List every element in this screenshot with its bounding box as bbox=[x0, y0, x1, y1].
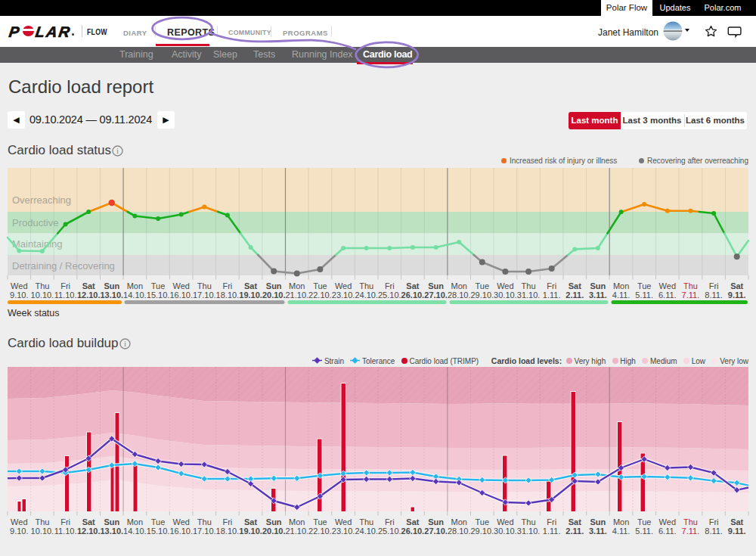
svg-text:4.11.: 4.11. bbox=[612, 526, 631, 536]
svg-text:Mon: Mon bbox=[613, 517, 629, 526]
svg-text:Wed: Wed bbox=[11, 517, 27, 526]
svg-text:Sun: Sun bbox=[104, 281, 119, 290]
svg-text:9.11.: 9.11. bbox=[728, 290, 746, 300]
svg-text:Thu: Thu bbox=[197, 517, 212, 526]
svg-text:Wed: Wed bbox=[335, 281, 352, 290]
svg-text:15.10.: 15.10. bbox=[147, 290, 170, 300]
svg-text:Mon: Mon bbox=[127, 281, 143, 290]
svg-text:9.10.: 9.10. bbox=[10, 526, 28, 536]
svg-text:Sat: Sat bbox=[730, 281, 743, 290]
svg-text:11.10.: 11.10. bbox=[54, 526, 77, 536]
svg-text:Overreaching: Overreaching bbox=[12, 194, 71, 206]
svg-text:19.10.: 19.10. bbox=[239, 290, 262, 300]
svg-text:11.10.: 11.10. bbox=[54, 290, 77, 300]
svg-text:3.11.: 3.11. bbox=[589, 526, 607, 536]
svg-text:Sun: Sun bbox=[590, 281, 606, 290]
svg-text:i: i bbox=[116, 146, 118, 155]
svg-text:Sun: Sun bbox=[266, 517, 282, 526]
svg-text:20.10.: 20.10. bbox=[262, 290, 286, 300]
svg-text:3.11.: 3.11. bbox=[589, 290, 607, 300]
svg-text:6.11.: 6.11. bbox=[658, 290, 677, 300]
svg-text:Wed: Wed bbox=[172, 281, 189, 290]
svg-text:24.10.: 24.10. bbox=[355, 526, 378, 536]
svg-text:Tue: Tue bbox=[313, 517, 327, 526]
svg-text:Sat: Sat bbox=[406, 517, 419, 526]
svg-text:30.10.: 30.10. bbox=[494, 526, 517, 536]
svg-text:Fri: Fri bbox=[60, 517, 70, 526]
svg-text:Detraining / Recovering: Detraining / Recovering bbox=[12, 260, 115, 272]
svg-text:Sun: Sun bbox=[104, 517, 119, 526]
svg-text:Wed: Wed bbox=[659, 281, 676, 290]
svg-text:23.10.: 23.10. bbox=[332, 526, 355, 536]
svg-text:Thu: Thu bbox=[359, 281, 373, 290]
svg-text:29.10.: 29.10. bbox=[471, 290, 494, 300]
svg-text:28.10.: 28.10. bbox=[448, 526, 471, 536]
svg-text:30.10.: 30.10. bbox=[494, 290, 517, 300]
svg-text:25.10.: 25.10. bbox=[378, 290, 401, 300]
svg-text:Thu: Thu bbox=[522, 281, 536, 290]
svg-text:1.11.: 1.11. bbox=[543, 526, 561, 536]
svg-text:14.10.: 14.10. bbox=[123, 290, 147, 300]
svg-text:Tue: Tue bbox=[476, 281, 490, 290]
svg-text:Tue: Tue bbox=[476, 517, 490, 526]
svg-text:Wed: Wed bbox=[11, 281, 27, 290]
svg-text:Thu: Thu bbox=[683, 281, 698, 290]
svg-text:Sat: Sat bbox=[730, 517, 743, 526]
svg-text:Fri: Fri bbox=[547, 517, 556, 526]
svg-text:10.10.: 10.10. bbox=[31, 526, 54, 536]
svg-text:9.10.: 9.10. bbox=[10, 290, 28, 300]
svg-text:13.10.: 13.10. bbox=[101, 290, 124, 300]
svg-text:Fri: Fri bbox=[709, 517, 719, 526]
svg-text:Thu: Thu bbox=[683, 517, 698, 526]
svg-text:Mon: Mon bbox=[127, 517, 143, 526]
svg-text:Maintaining: Maintaining bbox=[12, 238, 63, 250]
svg-text:Thu: Thu bbox=[35, 281, 49, 290]
svg-text:Sat: Sat bbox=[244, 281, 257, 290]
svg-text:Fri: Fri bbox=[60, 281, 70, 290]
svg-text:Mon: Mon bbox=[289, 281, 305, 290]
svg-text:Sat: Sat bbox=[82, 517, 95, 526]
svg-text:Wed: Wed bbox=[335, 517, 352, 526]
svg-text:Wed: Wed bbox=[497, 281, 513, 290]
svg-text:13.10.: 13.10. bbox=[101, 526, 124, 536]
svg-text:Fri: Fri bbox=[547, 281, 556, 290]
svg-text:19.10.: 19.10. bbox=[239, 526, 262, 536]
svg-text:24.10.: 24.10. bbox=[355, 290, 378, 300]
svg-text:12.10.: 12.10. bbox=[77, 526, 101, 536]
svg-text:Thu: Thu bbox=[197, 281, 212, 290]
svg-text:17.10.: 17.10. bbox=[193, 290, 216, 300]
svg-text:Wed: Wed bbox=[497, 517, 513, 526]
svg-text:Sun: Sun bbox=[590, 517, 606, 526]
svg-text:Tue: Tue bbox=[313, 281, 327, 290]
svg-text:Fri: Fri bbox=[222, 281, 232, 290]
svg-text:21.10.: 21.10. bbox=[286, 290, 309, 300]
svg-text:15.10.: 15.10. bbox=[147, 526, 170, 536]
svg-text:Mon: Mon bbox=[613, 281, 629, 290]
svg-text:4.11.: 4.11. bbox=[612, 290, 631, 300]
svg-text:18.10.: 18.10. bbox=[216, 290, 240, 300]
svg-text:i: i bbox=[124, 339, 126, 348]
svg-text:26.10.: 26.10. bbox=[401, 526, 425, 536]
svg-text:Fri: Fri bbox=[709, 281, 719, 290]
svg-text:Fri: Fri bbox=[385, 517, 395, 526]
svg-text:20.10.: 20.10. bbox=[262, 526, 286, 536]
svg-text:8.11.: 8.11. bbox=[705, 526, 723, 536]
svg-text:Tue: Tue bbox=[151, 281, 166, 290]
svg-text:Mon: Mon bbox=[451, 281, 466, 290]
svg-text:1.11.: 1.11. bbox=[543, 290, 561, 300]
svg-text:9.11.: 9.11. bbox=[728, 526, 746, 536]
svg-text:Sun: Sun bbox=[266, 281, 282, 290]
svg-text:5.11.: 5.11. bbox=[635, 526, 653, 536]
svg-text:Mon: Mon bbox=[289, 517, 305, 526]
svg-text:17.10.: 17.10. bbox=[193, 526, 216, 536]
svg-text:Sun: Sun bbox=[428, 281, 444, 290]
svg-text:Sun: Sun bbox=[428, 517, 444, 526]
svg-text:2.11.: 2.11. bbox=[565, 526, 584, 536]
svg-text:5.11.: 5.11. bbox=[635, 290, 653, 300]
svg-text:6.11.: 6.11. bbox=[658, 526, 677, 536]
svg-text:Tue: Tue bbox=[637, 517, 652, 526]
svg-text:Fri: Fri bbox=[222, 517, 232, 526]
svg-text:Week status: Week status bbox=[8, 308, 60, 318]
svg-text:Productive: Productive bbox=[12, 217, 58, 228]
svg-text:Thu: Thu bbox=[522, 517, 536, 526]
